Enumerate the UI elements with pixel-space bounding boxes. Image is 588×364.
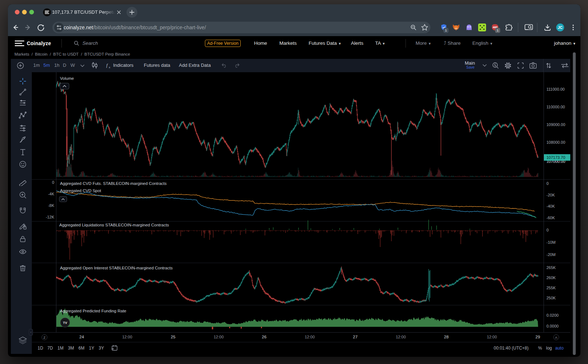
svg-text:TV: TV (63, 321, 67, 325)
svg-text:-20K: -20K (546, 193, 555, 197)
svg-text:-20M: -20M (546, 252, 555, 257)
svg-text:0.0200: 0.0200 (546, 313, 559, 317)
svg-text:Aggregated Open Interest STABL: Aggregated Open Interest STABLECOIN-marg… (60, 266, 173, 270)
svg-text:Aggregated CVD Spot: Aggregated CVD Spot (60, 188, 102, 193)
svg-text:260K: 260K (546, 276, 556, 280)
svg-text:x: x (109, 66, 110, 69)
svg-text:250K: 250K (546, 296, 556, 300)
svg-text:0: 0 (52, 180, 54, 185)
svg-text:0: 0 (546, 228, 549, 232)
svg-text:-4K: -4K (48, 192, 55, 196)
svg-text:109000.00: 109000.00 (546, 122, 565, 127)
svg-text:107173.70: 107173.70 (546, 155, 565, 160)
svg-text:108000.00: 108000.00 (546, 140, 565, 144)
svg-text:-12K: -12K (46, 215, 55, 219)
svg-text:-8K: -8K (48, 203, 55, 208)
svg-text:265K: 265K (546, 265, 556, 270)
svg-text:0: 0 (546, 181, 549, 186)
svg-text:-10M: -10M (546, 240, 555, 244)
svg-text:-60K: -60K (546, 216, 555, 220)
svg-text:Volume: Volume (60, 76, 74, 81)
svg-text:Aggregated Liquidations STABLE: Aggregated Liquidations STABLECOIN-margi… (59, 223, 169, 227)
svg-text:255K: 255K (546, 286, 556, 290)
svg-text:111000.00: 111000.00 (546, 87, 565, 91)
svg-text:110000.00: 110000.00 (546, 105, 565, 109)
svg-text:Aggregated Predicted Funding R: Aggregated Predicted Funding Rate (60, 309, 126, 313)
svg-text:-40K: -40K (546, 204, 555, 208)
svg-text:Aggregated CVD Futs. STABLECOI: Aggregated CVD Futs. STABLECOIN-margined… (60, 181, 167, 186)
svg-text:0.0000: 0.0000 (546, 324, 559, 328)
svg-text:f: f (106, 62, 108, 68)
